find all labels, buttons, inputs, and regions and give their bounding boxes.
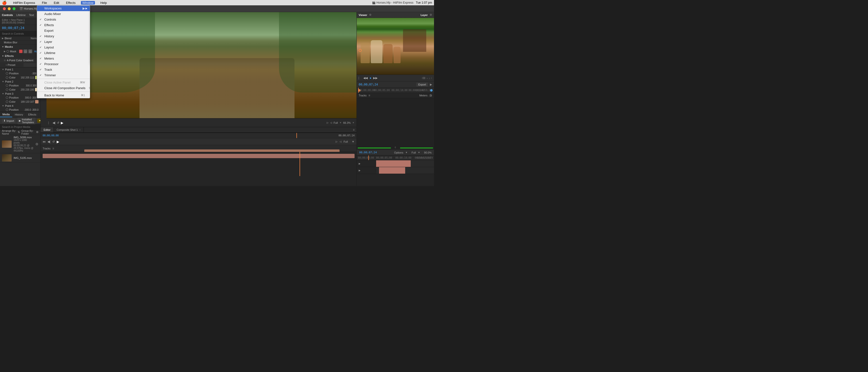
media-settings-icon-0[interactable]: ⚙	[35, 142, 38, 146]
track-clip-1[interactable]	[376, 160, 411, 167]
menu-controls[interactable]: Controls	[37, 17, 90, 22]
mask-icon-btn1[interactable]: ◻	[24, 50, 27, 53]
timecode-display[interactable]: 00;00;07;24	[0, 25, 40, 31]
in-point-icon[interactable]: ⎸	[49, 121, 51, 124]
menu-lifetime[interactable]: Lifetime	[37, 50, 90, 56]
media-item-0[interactable]: IMG_5099.mov 1920 x 1080 pixels 00;00;06…	[0, 135, 40, 153]
loop-icon[interactable]: ↺	[57, 121, 59, 124]
p4-pos-value[interactable]: -300.0 -300.0	[24, 108, 39, 111]
p2-col-value[interactable]: 255 235 193	[21, 88, 34, 91]
preset-input[interactable]	[24, 63, 38, 67]
menu-export[interactable]: Export	[37, 28, 90, 33]
viewer-scrub-icon[interactable]: ●	[370, 76, 371, 80]
in-mark-icon[interactable]: ▷	[327, 121, 329, 124]
viewer-settings-icon[interactable]: ⚙	[369, 13, 372, 17]
play-btn[interactable]: ▶	[57, 140, 59, 144]
menu-close-active[interactable]: Close Active Panel ⌘W	[37, 80, 90, 85]
quality-arrow[interactable]: ▼	[339, 121, 342, 124]
ruler-area[interactable]	[59, 133, 339, 138]
viewer-next-frame[interactable]: ▶▶	[373, 76, 378, 80]
effect-visibility-icon[interactable]: ⊙	[4, 59, 6, 62]
window-menu-trigger[interactable]: Window	[81, 1, 95, 5]
menu-workspaces[interactable]: Workspaces ▶	[37, 6, 90, 11]
menu-close-all[interactable]: Close All Composition Panels ⇧⌘W	[37, 85, 90, 91]
main-playhead[interactable]	[300, 152, 300, 176]
menu-processor[interactable]: Processor	[37, 61, 90, 67]
tab-effects[interactable]: Effects	[26, 112, 39, 117]
out-mark-icon[interactable]: ◁	[330, 121, 332, 124]
in-mark-btn[interactable]: ▷	[336, 140, 338, 143]
menu-audio-mixer[interactable]: Audio Mixer	[37, 11, 90, 17]
playhead-marker[interactable]	[297, 133, 297, 138]
quality-select2[interactable]: Full	[411, 151, 416, 154]
maximize-button[interactable]	[12, 7, 16, 10]
mask-visibility-icon[interactable]	[6, 50, 9, 53]
p3-pos-value[interactable]: 300.0 -300.0	[25, 96, 38, 99]
p3-col-value[interactable]: 189 133 107	[21, 100, 34, 103]
timeline-main-clip[interactable]	[42, 154, 354, 158]
zoom-dropdown[interactable]: 66.3%	[343, 121, 351, 124]
quality-dropdown[interactable]: Full	[334, 121, 338, 124]
edit-menu[interactable]: Edit	[52, 1, 61, 5]
menu-trimmer[interactable]: Trimmer	[37, 72, 90, 78]
installed-templates-button[interactable]: ▶ Installed Templates	[18, 118, 35, 124]
play-button[interactable]: ▶	[61, 121, 63, 125]
menu-effects[interactable]: Effects	[37, 22, 90, 28]
quality-select[interactable]: Full	[343, 140, 348, 143]
menu-meters[interactable]: Meters	[37, 56, 90, 61]
track-clip-2[interactable]	[379, 167, 405, 174]
zoom-select2[interactable]: 90.0%	[424, 151, 432, 154]
menu-back-to-home[interactable]: Back to Home ⌘1	[37, 93, 90, 98]
menu-layer[interactable]: Layer	[37, 39, 90, 44]
search-project-input[interactable]	[0, 124, 40, 130]
quality-arrow2[interactable]: ▼	[418, 151, 420, 154]
masks-triangle[interactable]: ▼	[2, 46, 4, 48]
media-item-1[interactable]: IMG_5105.mov	[0, 153, 40, 163]
p3-triangle[interactable]: ▼	[2, 93, 4, 95]
effects-menu[interactable]: Effects	[64, 1, 77, 5]
options-btn[interactable]: Options	[394, 151, 403, 154]
tabs-menu-icon[interactable]: ≡	[351, 128, 356, 131]
right-tracks-menu[interactable]: ≡	[369, 94, 370, 97]
options-arrow[interactable]: ▼	[405, 151, 408, 154]
import-button[interactable]: ⬇ Import	[2, 119, 16, 123]
app-menu-hitfilm[interactable]: HitFilm Express	[11, 1, 37, 5]
more-options-icon[interactable]: ▼	[352, 140, 354, 144]
menu-history[interactable]: History	[37, 33, 90, 39]
minimize-button[interactable]	[8, 7, 11, 10]
menu-layout[interactable]: Layout	[37, 44, 90, 50]
p2-triangle[interactable]: ▼	[2, 81, 4, 83]
mask-color-swatch[interactable]	[19, 50, 23, 53]
effects-triangle[interactable]: ▼	[2, 55, 4, 57]
out-mark-btn[interactable]: ◁	[340, 140, 341, 143]
p4-triangle[interactable]: ▼	[2, 104, 4, 107]
viewer-prev-frame[interactable]: ◀◀	[363, 76, 368, 80]
step-back-btn[interactable]: ◀|	[48, 140, 51, 144]
right-playhead-line[interactable]	[358, 88, 359, 93]
zoom-arrow[interactable]: ▼	[352, 121, 354, 124]
menu-track[interactable]: Track	[37, 67, 90, 72]
p3-color-swatch[interactable]	[35, 100, 38, 103]
close-button[interactable]	[3, 7, 6, 10]
viewer-frame-btns[interactable]: ⌫ → ↓ ↑	[422, 77, 432, 80]
tracks-menu-icon[interactable]: ≡	[53, 147, 54, 150]
export-button[interactable]: Export	[416, 83, 428, 87]
tab-history[interactable]: History	[12, 112, 26, 117]
new-button[interactable]: ✦ New	[37, 119, 40, 123]
settings-icon[interactable]: ⚙	[36, 130, 38, 134]
apple-menu[interactable]: 🍎	[2, 0, 7, 5]
tab-composite-shot[interactable]: Composite Shot 1 ×	[54, 127, 84, 132]
p1-col-value[interactable]: 192 205 111	[21, 76, 34, 79]
help-menu[interactable]: Help	[99, 1, 108, 5]
mask-icon-btn2[interactable]: ◻	[28, 50, 32, 53]
composite-tab-close[interactable]: ×	[79, 129, 81, 131]
layer-settings-icon[interactable]: ⚙	[430, 13, 432, 17]
prev-frame-btn[interactable]: ⏮	[42, 140, 45, 144]
file-menu[interactable]: File	[40, 1, 49, 5]
loop-btn[interactable]: ↺	[52, 140, 55, 144]
tab-media[interactable]: Media	[0, 112, 12, 117]
comp-playhead[interactable]	[368, 155, 369, 160]
search-controls-input[interactable]	[0, 31, 40, 36]
step-back-icon[interactable]: ◀|	[53, 121, 56, 124]
p1-triangle[interactable]: ▼	[2, 68, 4, 71]
